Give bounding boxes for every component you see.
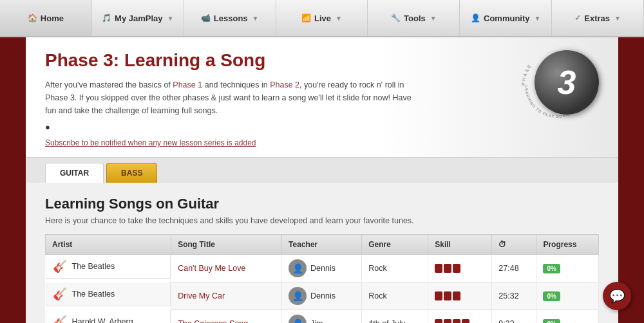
phase-header: Phase 3: Learning a Song After you've ma… [26,37,618,157]
phase2-link[interactable]: Phase 2 [270,80,299,89]
cell-artist: 🎸Harold W. Arberg [46,310,171,324]
table-title: Learning Songs on Guitar [45,196,599,212]
chevron-down-icon: ▼ [614,15,621,22]
chat-icon: 💬 [609,288,625,304]
svg-text:PHASE: PHASE [521,63,533,86]
guitar-icon: 🎸 [53,259,67,273]
avatar: 👤 [289,259,307,277]
home-icon: 🏠 [28,14,37,23]
cell-skill [428,255,492,282]
tab-bass[interactable]: BASS [106,163,157,183]
phase1-link[interactable]: Phase 1 [173,80,202,89]
table-row: 🎸The BeatlesDrive My Car👤DennisRock25:32… [46,282,599,310]
community-icon: 👤 [471,14,480,23]
cell-song-title[interactable]: The Caissons Song [171,310,282,324]
col-progress: Progress [536,235,599,255]
col-time: ⏱ [492,235,536,255]
main-nav: 🏠 Home 🎵 My JamPlay ▼ 📹 Lessons ▼ 📶 Live… [0,0,644,37]
phase-number: 3 [558,66,576,99]
lessons-icon: 📹 [201,14,211,23]
cell-progress: 0% [536,255,599,282]
nav-home[interactable]: 🏠 Home [0,0,92,36]
chevron-down-icon: ▼ [252,15,259,22]
tab-guitar[interactable]: GUITAR [45,163,104,183]
cell-time: 27:48 [492,255,536,282]
extras-icon: ✓ [574,14,581,23]
guitar-icon: 🎸 [53,287,67,301]
cell-teacher: 👤Jim [282,310,362,324]
phase-number-circle: 3 [535,50,599,115]
cell-song-title[interactable]: Drive My Car [171,282,282,310]
table-row: 🎸The BeatlesCan't Buy Me Love👤DennisRock… [46,255,599,282]
cell-teacher: 👤Dennis [282,282,362,310]
col-song-title: Song Title [171,235,282,255]
song-title-link[interactable]: Drive My Car [178,291,225,300]
nav-myjamplay[interactable]: 🎵 My JamPlay ▼ [92,0,184,36]
col-skill: Skill [428,235,492,255]
cell-genre: Rock [362,255,428,282]
cell-artist: 🎸The Beatles [46,255,171,279]
songs-table: Artist Song Title Teacher Genre Skill ⏱ … [45,234,599,323]
col-artist: Artist [46,235,171,255]
cell-artist: 🎸The Beatles [46,282,171,306]
tabs-area: GUITAR BASS [26,157,618,183]
status-badge: 0% [543,291,560,301]
col-teacher: Teacher [282,235,362,255]
chevron-down-icon: ▼ [430,15,437,22]
nav-extras[interactable]: ✓ Extras ▼ [552,0,644,36]
song-title-link[interactable]: Can't Buy Me Love [178,264,245,273]
cell-progress: 0% [536,310,599,324]
main-content: Phase 3: Learning a Song After you've ma… [26,37,618,323]
avatar: 👤 [289,287,307,305]
cell-teacher: 👤Dennis [282,255,362,282]
cell-genre: Rock [362,282,428,310]
chat-button[interactable]: 💬 [603,282,631,310]
col-genre: Genre [362,235,428,255]
table-area: Learning Songs on Guitar Here is your ch… [26,183,618,323]
status-badge: 0% [543,264,560,273]
song-title-link[interactable]: The Caissons Song [178,319,248,323]
chevron-down-icon: ▼ [167,15,174,22]
nav-live[interactable]: 📶 Live ▼ [276,0,368,36]
cell-skill [428,282,492,310]
live-icon: 📶 [301,14,311,23]
nav-lessons[interactable]: 📹 Lessons ▼ [184,0,276,36]
myjamplay-icon: 🎵 [102,14,111,23]
cell-song-title[interactable]: Can't Buy Me Love [171,255,282,282]
table-row: 🎸Harold W. ArbergThe Caissons Song👤Jim4t… [46,310,599,324]
table-subtitle: Here is your chance to take the techniqu… [45,216,599,225]
phase-description: After you've mastered the basics of Phas… [45,78,419,117]
tools-icon: 🔧 [391,14,401,23]
chevron-down-icon: ▼ [535,15,541,22]
cell-skill [428,310,492,324]
status-badge: 0% [543,319,560,323]
cell-time: 25:32 [492,282,536,310]
cell-genre: 4th of July [362,310,428,324]
guitar-icon: 🎸 [53,315,67,324]
cell-progress: 0% [536,282,599,310]
nav-tools[interactable]: 🔧 Tools ▼ [368,0,460,36]
avatar: 👤 [289,315,307,323]
phase-badge: PHASE LEARNING TO PLAY SONGS 3 [515,44,599,127]
cell-time: 9:32 [492,310,536,324]
chevron-down-icon: ▼ [336,15,342,22]
nav-community[interactable]: 👤 Community ▼ [460,0,552,36]
subscribe-link[interactable]: Subscribe to be notified when any new le… [45,138,599,147]
